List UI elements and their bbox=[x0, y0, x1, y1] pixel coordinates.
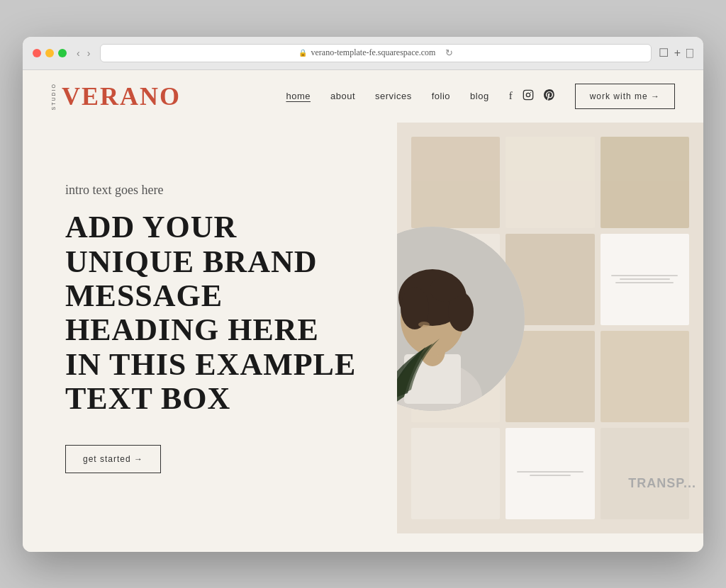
nav-blog[interactable]: blog bbox=[470, 91, 489, 101]
mood-card-9 bbox=[411, 428, 500, 519]
url-text: verano-template-fe.squarespace.com bbox=[311, 47, 436, 58]
intro-text: intro text goes here bbox=[65, 183, 362, 198]
traffic-lights bbox=[33, 49, 67, 57]
logo-main-text[interactable]: VERANO bbox=[62, 84, 181, 109]
site-nav: home about services folio blog f bbox=[286, 84, 675, 109]
svg-point-11 bbox=[430, 276, 461, 302]
hero-section: intro text goes here ADD YOUR UNIQUE BRA… bbox=[23, 123, 703, 533]
new-tab-button[interactable]: + bbox=[674, 47, 681, 60]
nav-about[interactable]: about bbox=[330, 91, 355, 101]
pinterest-icon[interactable] bbox=[544, 89, 555, 103]
mood-card-8 bbox=[601, 331, 689, 422]
website-content: STUDIO VERANO home about services folio … bbox=[23, 70, 703, 552]
browser-window: ‹ › 🔒 verano-template-fe.squarespace.com… bbox=[23, 37, 703, 552]
get-started-button[interactable]: get started → bbox=[65, 445, 161, 473]
nav-home[interactable]: home bbox=[286, 91, 311, 101]
svg-point-1 bbox=[526, 93, 530, 96]
instagram-icon[interactable] bbox=[523, 89, 534, 103]
mood-card-10 bbox=[601, 428, 689, 519]
nav-services[interactable]: services bbox=[375, 91, 412, 101]
duplicate-button[interactable]: ⎕ bbox=[686, 47, 693, 60]
forward-button[interactable]: › bbox=[84, 46, 94, 60]
logo-vertical-text: STUDIO bbox=[51, 83, 56, 110]
close-button[interactable] bbox=[33, 49, 41, 57]
hero-left: intro text goes here ADD YOUR UNIQUE BRA… bbox=[23, 123, 397, 533]
browser-chrome: ‹ › 🔒 verano-template-fe.squarespace.com… bbox=[23, 37, 703, 70]
browser-actions: ☐ + ⎕ bbox=[659, 46, 693, 60]
lock-icon: 🔒 bbox=[298, 49, 307, 57]
back-button[interactable]: ‹ bbox=[74, 46, 83, 60]
svg-point-12 bbox=[418, 322, 430, 327]
maximize-button[interactable] bbox=[58, 49, 67, 57]
transparency-text: TRANSP... bbox=[628, 476, 696, 491]
hero-heading: ADD YOUR UNIQUE BRAND MESSAGE HEADING HE… bbox=[65, 210, 362, 416]
hero-right: TRANSP... bbox=[397, 123, 703, 533]
browser-nav-buttons: ‹ › bbox=[74, 46, 93, 60]
share-button[interactable]: ☐ bbox=[659, 46, 669, 60]
facebook-icon[interactable]: f bbox=[509, 90, 513, 102]
svg-point-2 bbox=[530, 91, 531, 92]
mood-card-text-2 bbox=[506, 428, 594, 519]
address-bar[interactable]: 🔒 verano-template-fe.squarespace.com ↻ bbox=[100, 44, 651, 62]
site-header: STUDIO VERANO home about services folio … bbox=[23, 70, 703, 123]
minimize-button[interactable] bbox=[45, 49, 54, 57]
mood-card-3 bbox=[601, 137, 689, 228]
social-icons: f bbox=[509, 89, 555, 103]
mood-card-2 bbox=[506, 137, 594, 228]
nav-folio[interactable]: folio bbox=[432, 91, 450, 101]
refresh-icon: ↻ bbox=[445, 47, 453, 59]
work-with-me-button[interactable]: work with me → bbox=[575, 84, 675, 109]
mood-card-1 bbox=[411, 137, 500, 228]
logo-area: STUDIO VERANO bbox=[51, 83, 181, 110]
mood-card-text-1 bbox=[601, 234, 689, 325]
svg-rect-0 bbox=[523, 90, 532, 99]
